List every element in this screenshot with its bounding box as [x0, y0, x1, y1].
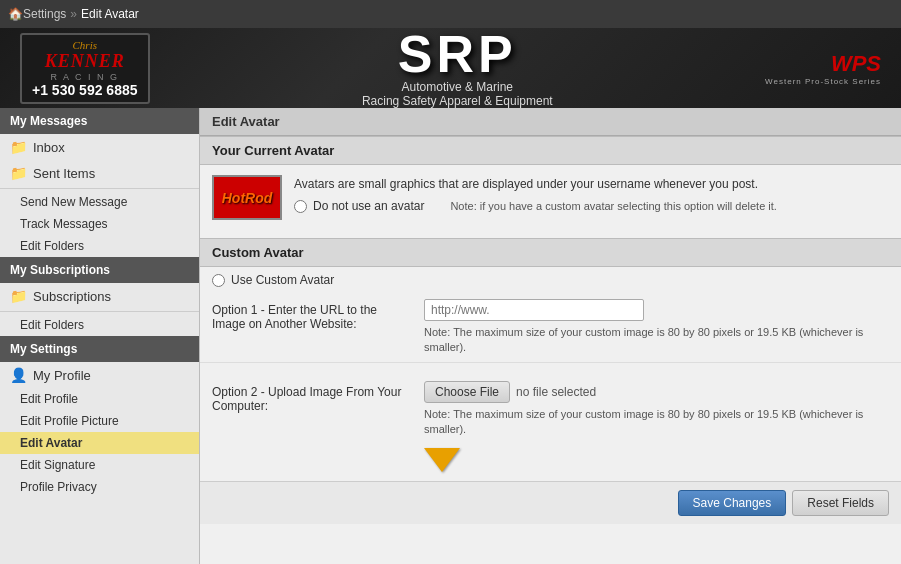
- action-bar: Save Changes Reset Fields: [200, 481, 901, 524]
- content-body: Your Current Avatar HotRod Avatars are s…: [200, 136, 901, 524]
- option1-label: Option 1 - Enter the URL to the Image on…: [212, 299, 412, 331]
- current-avatar-body: HotRod Avatars are small graphics that a…: [200, 165, 901, 238]
- kenner-prefix: Chris: [32, 39, 138, 51]
- arrow-down-icon: [424, 448, 460, 472]
- wps-sub: Western Pro-Stock Series: [765, 77, 881, 86]
- kenner-phone: +1 530 592 6885: [32, 82, 138, 98]
- sidebar-item-edit-signature[interactable]: Edit Signature: [0, 454, 199, 476]
- option1-control: Note: The maximum size of your custom im…: [424, 299, 889, 356]
- use-custom-radio-row: Use Custom Avatar: [200, 267, 901, 293]
- srp-title: SRP: [170, 28, 746, 80]
- sidebar-item-my-profile[interactable]: 👤 My Profile: [0, 362, 199, 388]
- divider: [0, 188, 199, 189]
- option1-url-input[interactable]: [424, 299, 644, 321]
- kenner-logo: Chris KENNER R A C I N G +1 530 592 6885: [20, 33, 150, 104]
- no-avatar-row: Do not use an avatar Note: if you have a…: [294, 197, 777, 215]
- option2-label: Option 2 - Upload Image From Your Comput…: [212, 381, 412, 413]
- top-navigation: 🏠 Settings » Edit Avatar: [0, 0, 901, 28]
- no-avatar-note: Note: if you have a custom avatar select…: [450, 198, 777, 215]
- current-avatar-image: HotRod: [212, 175, 282, 220]
- arrow-indicator-container: [424, 444, 889, 475]
- option1-note: Note: The maximum size of your custom im…: [424, 325, 889, 356]
- save-changes-button[interactable]: Save Changes: [678, 490, 787, 516]
- sidebar-item-track-messages[interactable]: Track Messages: [0, 213, 199, 235]
- option2-control: Choose File no file selected Note: The m…: [424, 381, 889, 475]
- kenner-name: KENNER: [32, 51, 138, 72]
- srp-line1: Automotive & Marine: [170, 80, 746, 94]
- option2-note: Note: The maximum size of your custom im…: [424, 407, 889, 438]
- custom-avatar-section-title: Custom Avatar: [200, 238, 901, 267]
- divider: [0, 311, 199, 312]
- no-file-text: no file selected: [516, 385, 596, 399]
- sidebar-item-sent-items[interactable]: 📁 Sent Items: [0, 160, 199, 186]
- sidebar-item-inbox[interactable]: 📁 Inbox: [0, 134, 199, 160]
- user-icon: 👤: [10, 367, 27, 383]
- sidebar-section-my-settings: My Settings: [0, 336, 199, 362]
- choose-file-button[interactable]: Choose File: [424, 381, 510, 403]
- nav-separator: »: [70, 7, 77, 21]
- current-avatar-section-title: Your Current Avatar: [200, 136, 901, 165]
- avatar-desc-text: Avatars are small graphics that are disp…: [294, 175, 777, 193]
- no-avatar-label[interactable]: Do not use an avatar: [313, 197, 424, 215]
- sidebar-label-inbox: Inbox: [33, 140, 65, 155]
- sidebar-item-edit-folders-sub[interactable]: Edit Folders: [0, 314, 199, 336]
- avatar-display: HotRod Avatars are small graphics that a…: [212, 175, 889, 220]
- kenner-sub: R A C I N G: [32, 72, 138, 82]
- nav-home-label[interactable]: Settings: [23, 7, 66, 21]
- sidebar-item-send-new-message[interactable]: Send New Message: [0, 191, 199, 213]
- sidebar: My Messages 📁 Inbox 📁 Sent Items Send Ne…: [0, 108, 200, 564]
- sidebar-label-my-profile: My Profile: [33, 368, 91, 383]
- folder-icon: 📁: [10, 288, 27, 304]
- sidebar-item-subscriptions[interactable]: 📁 Subscriptions: [0, 283, 199, 309]
- folder-icon: 📁: [10, 165, 27, 181]
- sidebar-item-edit-profile[interactable]: Edit Profile: [0, 388, 199, 410]
- nav-current: Edit Avatar: [81, 7, 139, 21]
- sidebar-item-edit-profile-picture[interactable]: Edit Profile Picture: [0, 410, 199, 432]
- srp-logo: SRP Automotive & Marine Racing Safety Ap…: [170, 28, 746, 108]
- sidebar-section-my-messages: My Messages: [0, 108, 199, 134]
- option2-row: Option 2 - Upload Image From Your Comput…: [200, 375, 901, 481]
- no-avatar-radio[interactable]: [294, 200, 307, 213]
- sidebar-section-my-subscriptions: My Subscriptions: [0, 257, 199, 283]
- sidebar-label-sent: Sent Items: [33, 166, 95, 181]
- avatar-image-text: HotRod: [222, 190, 273, 206]
- sidebar-item-edit-avatar[interactable]: Edit Avatar: [0, 432, 199, 454]
- file-upload-row: Choose File no file selected: [424, 381, 889, 403]
- wps-title: WPS: [765, 51, 881, 77]
- option1-row: Option 1 - Enter the URL to the Image on…: [200, 293, 901, 363]
- wps-logo: WPS Western Pro-Stock Series: [765, 51, 881, 86]
- sidebar-item-edit-folders-msg[interactable]: Edit Folders: [0, 235, 199, 257]
- folder-icon: 📁: [10, 139, 27, 155]
- sidebar-label-subscriptions: Subscriptions: [33, 289, 111, 304]
- home-icon: 🏠: [8, 7, 23, 21]
- main-content: Edit Avatar Your Current Avatar HotRod A…: [200, 108, 901, 564]
- srp-line2: Racing Safety Apparel & Equipment: [170, 94, 746, 108]
- reset-fields-button[interactable]: Reset Fields: [792, 490, 889, 516]
- content-header: Edit Avatar: [200, 108, 901, 136]
- sidebar-item-profile-privacy[interactable]: Profile Privacy: [0, 476, 199, 498]
- use-custom-radio[interactable]: [212, 274, 225, 287]
- use-custom-label[interactable]: Use Custom Avatar: [231, 273, 334, 287]
- site-banner: Chris KENNER R A C I N G +1 530 592 6885…: [0, 28, 901, 108]
- avatar-description: Avatars are small graphics that are disp…: [294, 175, 777, 215]
